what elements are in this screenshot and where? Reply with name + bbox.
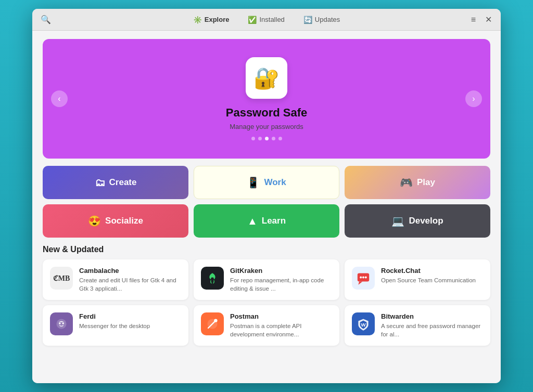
hero-prev-button[interactable]: ‹ bbox=[51, 90, 68, 107]
category-work-button[interactable]: 📱 Work bbox=[194, 166, 339, 199]
dot-3 bbox=[265, 137, 269, 140]
menu-icon: ≡ bbox=[471, 15, 476, 24]
search-button[interactable]: 🔍 bbox=[39, 12, 53, 27]
learn-icon: ▲ bbox=[247, 215, 258, 227]
svg-point-10 bbox=[59, 323, 60, 324]
rocketchat-icon bbox=[352, 267, 375, 290]
work-icon: 📱 bbox=[247, 176, 260, 189]
dot-2 bbox=[258, 137, 262, 140]
dot-5 bbox=[278, 137, 282, 140]
dot-1 bbox=[251, 137, 255, 140]
tab-installed[interactable]: ✅ Installed bbox=[238, 12, 294, 27]
develop-icon: 💻 bbox=[391, 215, 404, 227]
svg-point-15 bbox=[214, 319, 217, 322]
socialize-icon: 😍 bbox=[88, 215, 101, 227]
cambalache-icon: ℭMB bbox=[50, 267, 73, 290]
installed-icon: ✅ bbox=[248, 16, 257, 24]
hero-subtitle: Manage your passwords bbox=[230, 123, 303, 130]
explore-icon: ✳️ bbox=[193, 16, 202, 24]
svg-point-9 bbox=[56, 319, 66, 329]
app-card-postman[interactable]: Postman Postman is a complete API develo… bbox=[194, 305, 339, 346]
postman-desc: Postman is a complete API development en… bbox=[230, 322, 332, 338]
ferdi-name: Ferdi bbox=[79, 312, 181, 320]
svg-point-1 bbox=[211, 278, 214, 281]
bitwarden-icon: W bbox=[352, 312, 375, 335]
new-updated-title: New & Updated bbox=[43, 245, 490, 254]
hero-title: Password Safe bbox=[226, 106, 308, 120]
svg-point-6 bbox=[362, 276, 364, 278]
create-icon: 🗂 bbox=[95, 177, 105, 189]
chevron-right-icon: › bbox=[472, 94, 475, 103]
app-card-ferdi[interactable]: Ferdi Messenger for the desktop bbox=[43, 305, 188, 346]
close-button[interactable]: ✕ bbox=[483, 14, 494, 25]
category-play-button[interactable]: 🎮 Play bbox=[345, 166, 490, 199]
chevron-left-icon: ‹ bbox=[58, 94, 60, 103]
svg-point-11 bbox=[62, 323, 64, 324]
gitkraken-name: GitKraken bbox=[230, 267, 332, 275]
category-develop-button[interactable]: 💻 Develop bbox=[345, 204, 490, 238]
bitwarden-name: Bitwarden bbox=[381, 312, 483, 320]
apps-grid: ℭMB Cambalache Create and edit UI files … bbox=[43, 259, 490, 346]
postman-icon bbox=[201, 312, 224, 335]
app-card-bitwarden[interactable]: W Bitwarden A secure and free password m… bbox=[345, 305, 490, 346]
gitkraken-desc: For repo management, in-app code editing… bbox=[230, 276, 332, 293]
search-icon: 🔍 bbox=[41, 15, 51, 24]
category-socialize-button[interactable]: 😍 Socialize bbox=[43, 204, 188, 238]
menu-button[interactable]: ≡ bbox=[468, 14, 478, 25]
category-learn-button[interactable]: ▲ Learn bbox=[194, 204, 339, 238]
app-card-rocketchat[interactable]: Rocket.Chat Open Source Team Communicati… bbox=[345, 259, 490, 300]
rocketchat-desc: Open Source Team Communication bbox=[381, 276, 483, 284]
tab-explore[interactable]: ✳️ Explore bbox=[184, 12, 239, 27]
updates-icon: 🔄 bbox=[303, 16, 312, 24]
hero-banner: ‹ 🔐 Password Safe Manage your passwords … bbox=[43, 39, 490, 159]
hero-pagination bbox=[251, 137, 282, 140]
app-card-cambalache[interactable]: ℭMB Cambalache Create and edit UI files … bbox=[43, 259, 188, 300]
tab-bar: ✳️ Explore ✅ Installed 🔄 Updates bbox=[70, 12, 463, 27]
titlebar: 🔍 ✳️ Explore ✅ Installed 🔄 Updates ≡ ✕ bbox=[32, 9, 501, 31]
app-window: 🔍 ✳️ Explore ✅ Installed 🔄 Updates ≡ ✕ bbox=[32, 9, 501, 383]
dot-4 bbox=[272, 137, 275, 140]
category-create-button[interactable]: 🗂 Create bbox=[43, 166, 188, 199]
ferdi-icon bbox=[50, 312, 73, 335]
ferdi-desc: Messenger for the desktop bbox=[79, 322, 181, 330]
cambalache-name: Cambalache bbox=[79, 267, 181, 275]
close-icon: ✕ bbox=[485, 15, 492, 24]
svg-text:W: W bbox=[361, 322, 366, 328]
tab-updates[interactable]: 🔄 Updates bbox=[294, 12, 349, 27]
rocketchat-name: Rocket.Chat bbox=[381, 267, 483, 275]
postman-name: Postman bbox=[230, 312, 332, 320]
cambalache-desc: Create and edit UI files for Gtk 4 and G… bbox=[79, 276, 181, 293]
hero-next-button[interactable]: › bbox=[465, 90, 482, 107]
hero-app-icon: 🔐 bbox=[246, 57, 287, 99]
gitkraken-icon bbox=[201, 267, 224, 290]
bitwarden-desc: A secure and free password manager for a… bbox=[381, 322, 483, 338]
play-icon: 🎮 bbox=[400, 176, 413, 189]
category-grid: 🗂 Create 📱 Work 🎮 Play 😍 Socialize ▲ Lea… bbox=[43, 166, 490, 238]
svg-point-7 bbox=[365, 276, 367, 278]
svg-point-5 bbox=[360, 276, 362, 278]
app-card-gitkraken[interactable]: GitKraken For repo management, in-app co… bbox=[194, 259, 339, 300]
main-content: ‹ 🔐 Password Safe Manage your passwords … bbox=[32, 31, 501, 383]
